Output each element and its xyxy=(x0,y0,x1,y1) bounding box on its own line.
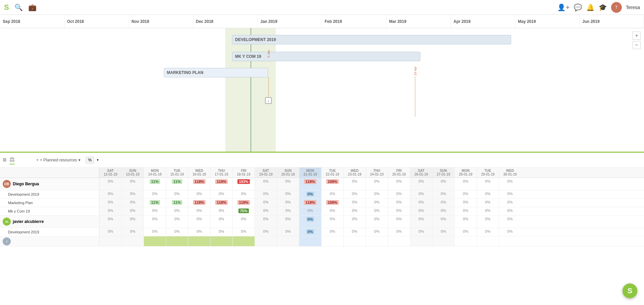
date-label-0: 12-01-19 xyxy=(100,173,121,176)
date-label-3: 15-01-19 xyxy=(167,173,187,176)
date-label-12: 24-01-19 xyxy=(367,173,387,176)
diego-total-18: 0% xyxy=(499,178,521,190)
avatar-extra: ? xyxy=(3,237,11,245)
diego-total-3: 11% xyxy=(166,178,188,190)
header-col-17: TUE 29-01-19 xyxy=(477,167,499,178)
month-dec-2018: Dec 2018 xyxy=(193,15,258,28)
diego-total-7: 0% xyxy=(255,178,277,190)
navbar: S 🔍 💼 👤+ 💬 🔔 🎓 T Teresa xyxy=(0,0,644,15)
header-label-col xyxy=(0,167,99,178)
avatar-img: T xyxy=(615,5,617,10)
navbar-right: 👤+ 💬 🔔 🎓 T Teresa xyxy=(557,2,640,13)
task-label-diego-dev2019: Development 2019 xyxy=(0,190,99,198)
date-label-9: 21-01-19 xyxy=(300,173,320,176)
header-col-9: MON 21-01-19 xyxy=(299,167,321,178)
resource-panel: ≡ ⚖ + + Planned resources ▾ % ▾ SAT 12-0… xyxy=(0,153,644,305)
milestone-apr-container: 23 Apr xyxy=(414,48,417,117)
header-col-10: TUE 22-01-19 xyxy=(321,167,343,178)
add-label: + Planned resources xyxy=(40,158,77,162)
add-icon: + xyxy=(36,158,39,162)
month-nov-2018: Nov 2018 xyxy=(129,15,193,28)
diego-total-11: 0% xyxy=(343,178,366,190)
diego-total-14: 0% xyxy=(410,178,432,190)
day-label-4: WED xyxy=(189,169,210,173)
task-row-javier-dev2019: Development 2019 0% 0% 0% 0% 0% 0% 0% 0%… xyxy=(0,228,644,236)
milestone-apr-label: 23 Apr xyxy=(414,48,417,75)
percent-button[interactable]: % xyxy=(86,157,94,163)
avatar[interactable]: T xyxy=(611,2,622,13)
date-label-13: 25-01-19 xyxy=(389,173,409,176)
diego-total-10: 108% xyxy=(321,178,343,190)
bar-marketing-plan[interactable]: MARKETING PLAN xyxy=(164,68,268,77)
date-label-8: 20-01-19 xyxy=(278,173,298,176)
header-col-8: SUN 20-01-19 xyxy=(277,167,299,178)
date-label-14: 26-01-19 xyxy=(411,173,431,176)
header-col-2: MON 14-01-19 xyxy=(144,167,166,178)
zoom-out-button[interactable]: − xyxy=(633,41,641,49)
briefcase-icon[interactable]: 💼 xyxy=(28,3,37,11)
person-name-diego: Diego Bergua xyxy=(13,182,39,186)
balance-view-icon[interactable]: ⚖ xyxy=(9,156,15,164)
add-planned-resources-button[interactable]: + + Planned resources ▾ xyxy=(34,156,83,164)
zoom-in-button[interactable]: + xyxy=(633,32,641,40)
task-row-diego-dev2019: Development 2019 0% 0% 0% 0% 0% 0% 0% 0%… xyxy=(0,190,644,199)
diego-total-16: 0% xyxy=(454,178,477,190)
fab-button[interactable]: S xyxy=(622,283,637,298)
date-label-17: 29-01-19 xyxy=(478,173,498,176)
diego-total-17: 0% xyxy=(477,178,499,190)
gantt-content: DEVELOPMENT 2019 MK Y COM 19 MARKETING P… xyxy=(0,28,644,152)
diego-total-8: 0% xyxy=(277,178,299,190)
day-label-10: TUE xyxy=(322,169,343,173)
diego-total-0: 0% xyxy=(99,178,121,190)
header-col-1: SUN 13-01-19 xyxy=(121,167,144,178)
bell-icon[interactable]: 🔔 xyxy=(586,3,595,11)
diego-total-13: 0% xyxy=(388,178,410,190)
diego-total-1: 0% xyxy=(121,178,144,190)
person-row-extra[interactable]: ? xyxy=(0,236,644,246)
milestone-jan-line xyxy=(268,77,269,97)
binoculars-icon[interactable]: 🔍 xyxy=(14,3,23,11)
diego-total-2: 11% xyxy=(144,178,166,190)
date-label-18: 30-01-19 xyxy=(500,173,520,176)
bar-development-2019[interactable]: DEVELOPMENT 2019 xyxy=(232,35,511,44)
logo: S xyxy=(4,3,9,12)
chat-icon[interactable]: 💬 xyxy=(574,3,582,11)
header-col-16: MON 28-01-19 xyxy=(454,167,477,178)
header-col-4: WED 16-01-19 xyxy=(188,167,210,178)
date-label-7: 19-01-19 xyxy=(256,173,276,176)
month-jun-2019: Jun 2019 xyxy=(580,15,644,28)
day-label-15: SUN xyxy=(433,169,454,173)
month-oct-2018: Oct 2018 xyxy=(65,15,129,28)
timeline-header: Sep 2018 Oct 2018 Nov 2018 Dec 2018 Jan … xyxy=(0,15,644,28)
person-row-diego[interactable]: DB Diego Bergua 0% 0% 11% 11% 118% 118% … xyxy=(0,178,644,190)
header-col-13: FRI 25-01-19 xyxy=(388,167,410,178)
milestone-jan-diamond[interactable]: ↓ xyxy=(265,97,272,104)
gantt-area: Sep 2018 Oct 2018 Nov 2018 Dec 2018 Jan … xyxy=(0,15,644,153)
bar-mky-com[interactable]: MK Y COM 19 xyxy=(232,52,420,61)
diego-total-5: 118% xyxy=(210,178,232,190)
percent-dropdown-icon[interactable]: ▾ xyxy=(97,158,99,162)
date-label-15: 27-01-19 xyxy=(433,173,454,176)
graduation-icon[interactable]: 🎓 xyxy=(599,3,607,11)
day-label-5: THU xyxy=(211,169,232,173)
resource-grid: SAT 12-01-19 SUN 13-01-19 MON 14-01-19 T… xyxy=(0,167,644,246)
diego-total-12: 0% xyxy=(366,178,388,190)
diego-total-9: 118% xyxy=(299,178,321,190)
month-feb-2019: Feb 2019 xyxy=(322,15,387,28)
day-label-17: TUE xyxy=(478,169,498,173)
day-label-0: SAT xyxy=(100,169,121,173)
header-col-3: TUE 15-01-19 xyxy=(166,167,188,178)
task-label-javier-dev2019: Development 2019 xyxy=(0,228,99,236)
date-label-1: 13-01-19 xyxy=(122,173,143,176)
day-label-7: SAT xyxy=(256,169,276,173)
month-mar-2019: Mar 2019 xyxy=(386,15,451,28)
header-col-12: THU 24-01-19 xyxy=(366,167,388,178)
list-view-icon[interactable]: ≡ xyxy=(3,156,7,164)
person-label-diego: DB Diego Bergua xyxy=(0,178,99,190)
person-row-javier[interactable]: JA javier alcubierre 0% 0% 0% 0% 0% 0% 0… xyxy=(0,216,644,228)
date-label-10: 22-01-19 xyxy=(322,173,343,176)
add-user-icon[interactable]: 👤+ xyxy=(557,3,570,11)
day-label-9: MON xyxy=(300,169,320,173)
month-may-2019: May 2019 xyxy=(515,15,580,28)
avatar-diego: DB xyxy=(3,180,11,188)
